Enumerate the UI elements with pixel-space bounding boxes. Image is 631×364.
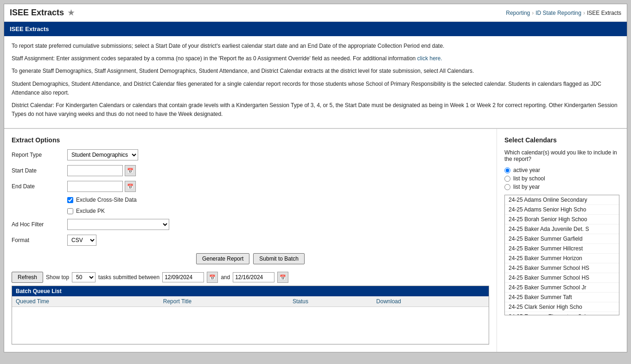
col-download[interactable]: Download bbox=[373, 296, 489, 307]
submit-to-batch-button[interactable]: Submit to Batch bbox=[253, 253, 305, 264]
breadcrumb-sep-2: › bbox=[583, 10, 585, 16]
blue-banner: ISEE Extracts bbox=[4, 22, 627, 36]
date-to-calendar-btn[interactable]: 📅 bbox=[277, 272, 288, 283]
exclude-pk-label[interactable]: Exclude PK bbox=[76, 208, 105, 214]
favorite-icon[interactable]: ★ bbox=[68, 8, 74, 17]
show-top-label: Show top bbox=[46, 274, 69, 281]
info-para-5: District Calendar: For Kindergarten Cale… bbox=[12, 101, 619, 119]
breadcrumb-current: ISEE Extracts bbox=[587, 10, 621, 16]
date-to-input[interactable] bbox=[233, 272, 274, 282]
list-item[interactable]: 24-25 Baker Summer Horizon bbox=[505, 254, 619, 263]
info-para-2: Staff Assignment: Enter assignment codes… bbox=[12, 54, 619, 63]
breadcrumb-reporting[interactable]: Reporting bbox=[506, 10, 530, 16]
radio-list-by-year-label[interactable]: list by year bbox=[513, 184, 540, 190]
exclude-pk-checkbox[interactable] bbox=[67, 208, 73, 214]
exclude-pk-row: Exclude PK bbox=[12, 208, 489, 214]
format-label: Format bbox=[12, 237, 67, 243]
end-date-input[interactable] bbox=[67, 181, 123, 192]
breadcrumb-sep-1: › bbox=[532, 10, 534, 16]
refresh-button[interactable]: Refresh bbox=[12, 272, 43, 283]
radio-list-by-year: list by year bbox=[504, 184, 619, 190]
banner-title: ISEE Extracts bbox=[10, 26, 49, 32]
ad-hoc-filter-label: Ad Hoc Filter bbox=[12, 221, 67, 228]
show-top-select[interactable]: 25 50 100 bbox=[72, 272, 96, 282]
main-content: Extract Options Report Type Student Demo… bbox=[4, 129, 627, 352]
header: ISEE Extracts ★ Reporting › ID State Rep… bbox=[4, 4, 627, 22]
col-report-title[interactable]: Report Title bbox=[159, 296, 289, 307]
calendar-radio-group: active year list by school list by year bbox=[504, 167, 619, 190]
list-item[interactable]: 24-25 Baker Summer School HS bbox=[505, 273, 619, 283]
list-item[interactable]: 24-25 Emerson Elementary Sch bbox=[505, 312, 619, 315]
select-calendars-subtitle: Which calendar(s) would you like to incl… bbox=[504, 149, 619, 162]
list-item[interactable]: 24-25 Adams Senior High Scho bbox=[505, 205, 619, 215]
list-item[interactable]: 24-25 Borah Senior High Schoo bbox=[505, 215, 619, 224]
batch-queue-list: Batch Queue List Queued Time Report Titl… bbox=[12, 286, 489, 345]
radio-list-by-school: list by school bbox=[504, 175, 619, 182]
ad-hoc-filter-row: Ad Hoc Filter bbox=[12, 219, 489, 230]
page-title: ISEE Extracts bbox=[10, 8, 64, 18]
and-label: and bbox=[221, 274, 230, 281]
calendar-list[interactable]: 24-25 Adams Online Secondary24-25 Adams … bbox=[504, 195, 619, 315]
radio-list-by-year-input[interactable] bbox=[504, 184, 510, 190]
radio-list-by-school-label[interactable]: list by school bbox=[513, 175, 545, 182]
right-panel: Select Calendars Which calendar(s) would… bbox=[497, 129, 627, 352]
report-type-control: Student Demographics Staff Demographics … bbox=[67, 149, 138, 160]
list-item[interactable]: 24-25 Adams Online Secondary bbox=[505, 195, 619, 205]
list-item[interactable]: 24-25 Baker Summer Hillcrest bbox=[505, 244, 619, 254]
batch-table: Queued Time Report Title Status Download bbox=[12, 296, 489, 344]
info-para-4: Student Demographics, Student Attendance… bbox=[12, 80, 619, 97]
start-date-row: Start Date 📅 bbox=[12, 165, 489, 176]
format-row: Format CSV XML HTML bbox=[12, 235, 489, 246]
start-date-calendar-btn[interactable]: 📅 bbox=[125, 165, 136, 176]
breadcrumb-id-state-reporting[interactable]: ID State Reporting bbox=[535, 10, 581, 16]
action-buttons: Generate Report Submit to Batch bbox=[12, 253, 489, 264]
date-from-calendar-btn[interactable]: 📅 bbox=[207, 272, 218, 283]
info-para-3: To generate Staff Demographics, Staff As… bbox=[12, 67, 619, 76]
info-box: To report state preferred cumulative sub… bbox=[4, 36, 627, 129]
list-item[interactable]: 24-25 Baker Ada Juvenile Det. S bbox=[505, 224, 619, 234]
exclude-cross-site-row: Exclude Cross-Site Data bbox=[12, 197, 489, 203]
ad-hoc-filter-select[interactable] bbox=[67, 219, 169, 230]
batch-queue-list-header: Batch Queue List bbox=[12, 286, 489, 296]
info-para-1: To report state preferred cumulative sub… bbox=[12, 42, 619, 51]
list-item[interactable]: 24-25 Baker Summer Taft bbox=[505, 293, 619, 302]
header-title: ISEE Extracts ★ bbox=[10, 8, 74, 18]
click-here-link[interactable]: click here. bbox=[417, 55, 442, 62]
col-queued-time[interactable]: Queued Time bbox=[12, 296, 159, 307]
select-calendars-title: Select Calendars bbox=[504, 136, 619, 144]
list-item[interactable]: 24-25 Clark Senior High Scho bbox=[505, 302, 619, 312]
tasks-label: tasks submitted between bbox=[98, 274, 159, 281]
radio-active-year: active year bbox=[504, 167, 619, 173]
radio-active-year-label[interactable]: active year bbox=[513, 167, 540, 173]
left-panel: Extract Options Report Type Student Demo… bbox=[4, 129, 497, 352]
list-item[interactable]: 24-25 Baker Summer School HS bbox=[505, 263, 619, 273]
batch-table-body bbox=[12, 307, 489, 344]
list-item[interactable]: 24-25 Baker Summer School Jr bbox=[505, 283, 619, 293]
exclude-cross-site-label[interactable]: Exclude Cross-Site Data bbox=[76, 197, 137, 203]
exclude-cross-site-checkbox[interactable] bbox=[67, 197, 73, 203]
start-date-input[interactable] bbox=[67, 165, 123, 176]
batch-table-header-row: Queued Time Report Title Status Download bbox=[12, 296, 489, 307]
report-type-label: Report Type bbox=[12, 152, 67, 158]
start-date-control: 📅 bbox=[67, 165, 136, 176]
col-status[interactable]: Status bbox=[289, 296, 373, 307]
generate-report-button[interactable]: Generate Report bbox=[196, 253, 249, 264]
ad-hoc-filter-control bbox=[67, 219, 169, 230]
end-date-row: End Date 📅 bbox=[12, 181, 489, 192]
breadcrumb: Reporting › ID State Reporting › ISEE Ex… bbox=[506, 10, 621, 16]
page-wrapper: ISEE Extracts ★ Reporting › ID State Rep… bbox=[4, 4, 627, 352]
list-item[interactable]: 24-25 Baker Summer Garfield bbox=[505, 234, 619, 244]
end-date-calendar-btn[interactable]: 📅 bbox=[125, 181, 136, 192]
end-date-label: End Date bbox=[12, 183, 67, 190]
radio-list-by-school-input[interactable] bbox=[504, 176, 510, 182]
extract-options-title: Extract Options bbox=[12, 136, 489, 144]
format-select[interactable]: CSV XML HTML bbox=[67, 235, 96, 246]
table-row-empty bbox=[12, 307, 489, 344]
report-type-select[interactable]: Student Demographics Staff Demographics … bbox=[67, 149, 138, 160]
report-type-row: Report Type Student Demographics Staff D… bbox=[12, 149, 489, 160]
end-date-control: 📅 bbox=[67, 181, 136, 192]
date-from-input[interactable] bbox=[162, 272, 204, 282]
format-control: CSV XML HTML bbox=[67, 235, 96, 246]
start-date-label: Start Date bbox=[12, 167, 67, 174]
radio-active-year-input[interactable] bbox=[504, 167, 510, 173]
